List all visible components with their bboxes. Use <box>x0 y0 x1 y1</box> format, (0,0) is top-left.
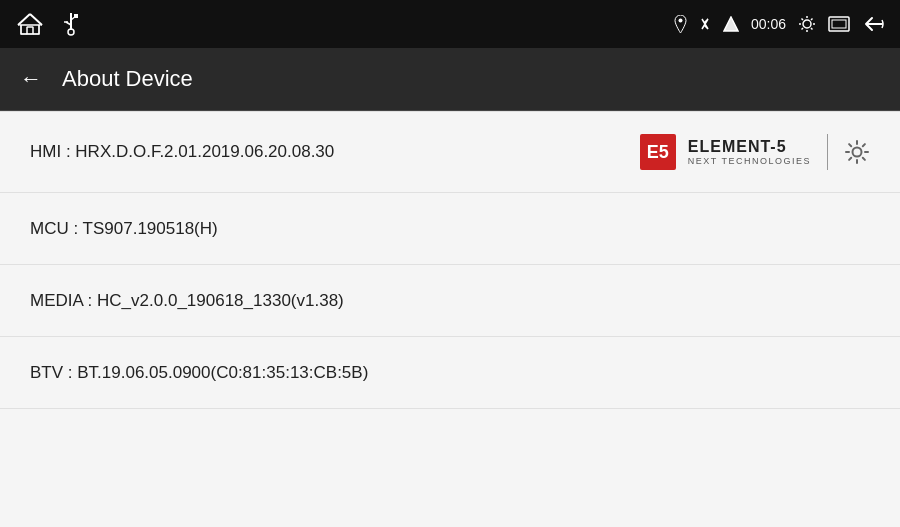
nav-bar: ← About Device <box>0 48 900 111</box>
status-right-icons: 00:06 <box>674 15 884 33</box>
page-title: About Device <box>62 66 193 92</box>
bluetooth-icon <box>699 15 711 33</box>
e5-logo: E5 <box>640 134 676 170</box>
btv-row: BTV : BT.19.06.05.0900(C0:81:35:13:CB:5B… <box>0 337 900 409</box>
media-row: MEDIA : HC_v2.0.0_190618_1330(v1.38) <box>0 265 900 337</box>
back-button[interactable]: ← <box>20 66 42 92</box>
btv-label: BTV : BT.19.06.05.0900(C0:81:35:13:CB:5B… <box>30 363 368 383</box>
screen-icon <box>828 16 850 32</box>
status-time: 00:06 <box>751 16 786 32</box>
svg-rect-2 <box>27 27 33 34</box>
svg-rect-22 <box>832 20 846 28</box>
svg-rect-6 <box>74 14 78 18</box>
status-bar: 00:06 <box>0 0 900 48</box>
svg-point-9 <box>678 19 682 23</box>
svg-marker-11 <box>724 17 738 31</box>
brand-area: E5 ELEMENT-5 NEXT TECHNOLOGIES <box>640 134 870 170</box>
svg-line-18 <box>811 28 813 30</box>
svg-point-12 <box>803 20 811 28</box>
gps-icon <box>674 15 687 33</box>
brand-divider <box>827 134 828 170</box>
svg-point-23 <box>853 148 862 157</box>
brightness-icon <box>798 15 816 33</box>
back-arrow-icon[interactable] <box>862 15 884 33</box>
status-left-icons <box>16 12 78 36</box>
svg-line-20 <box>802 28 804 30</box>
brand-sub: NEXT TECHNOLOGIES <box>688 156 811 166</box>
gear-icon[interactable] <box>844 139 870 165</box>
content-area: HMI : HRX.D.O.F.2.01.2019.06.20.08.30 E5… <box>0 111 900 527</box>
svg-rect-1 <box>21 25 39 34</box>
hmi-row: HMI : HRX.D.O.F.2.01.2019.06.20.08.30 E5… <box>0 111 900 193</box>
mcu-label: MCU : TS907.190518(H) <box>30 219 218 239</box>
brand-text: ELEMENT-5 NEXT TECHNOLOGIES <box>688 138 811 166</box>
signal-icon <box>723 16 739 32</box>
svg-line-17 <box>802 19 804 21</box>
home-icon <box>16 12 44 36</box>
mcu-row: MCU : TS907.190518(H) <box>0 193 900 265</box>
usb-icon <box>64 12 78 36</box>
media-label: MEDIA : HC_v2.0.0_190618_1330(v1.38) <box>30 291 344 311</box>
svg-line-19 <box>811 19 813 21</box>
hmi-label: HMI : HRX.D.O.F.2.01.2019.06.20.08.30 <box>30 142 334 162</box>
brand-name: ELEMENT-5 <box>688 138 811 156</box>
